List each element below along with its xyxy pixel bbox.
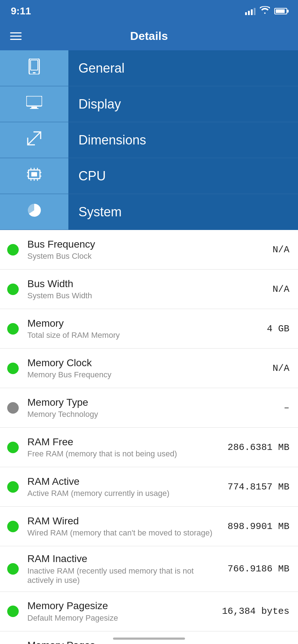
cpu-icon [27, 168, 41, 184]
status-dot [7, 402, 19, 414]
list-row-title: RAM Free [27, 436, 222, 448]
svg-rect-1 [33, 72, 36, 73]
list-row-content: RAM Inactive Inactive RAM (recently used… [27, 553, 222, 585]
nav-label-dimensions: Dimensions [68, 133, 298, 148]
nav-icon-col-general [0, 50, 68, 86]
list-row-title: Memory Type [27, 396, 278, 409]
hamburger-menu-icon[interactable] [10, 32, 22, 40]
nav-label-cpu: CPU [68, 169, 298, 184]
phone-icon [28, 59, 41, 78]
svg-rect-18 [31, 172, 37, 176]
status-dot [7, 284, 19, 295]
nav-label-system: System [68, 204, 298, 220]
list-row-subtitle: Inactive RAM (recently used memory that … [27, 566, 222, 585]
svg-rect-2 [31, 60, 38, 70]
list-row-value: – [284, 402, 289, 413]
nav-item-general[interactable]: General [0, 50, 298, 86]
nav-item-dimensions[interactable]: Dimensions [0, 122, 298, 158]
list-row-content: Memory Clock Memory Bus Frequency [27, 357, 267, 380]
list-row-title: RAM Inactive [27, 553, 222, 565]
svg-rect-5 [30, 108, 39, 109]
list-row-value: 766.9186 MB [227, 564, 289, 574]
status-dot [7, 521, 19, 532]
status-dot [7, 563, 19, 575]
list-row-content: Memory Total size of RAM Memory [27, 317, 261, 340]
list-row: Memory Total size of RAM Memory 4 GB [0, 309, 298, 349]
wifi-icon [260, 6, 270, 16]
list-section: Bus Frequency System Bus Clock N/A Bus W… [0, 230, 298, 644]
svg-rect-4 [31, 107, 37, 108]
list-row-subtitle: Default Memory Pagesize [27, 613, 216, 623]
list-row-value: N/A [272, 284, 289, 295]
pie-chart-icon [27, 203, 41, 221]
svg-line-6 [28, 132, 41, 145]
battery-icon [274, 8, 287, 14]
expand-icon [27, 131, 41, 149]
status-dot [7, 442, 19, 453]
status-time: 9:11 [11, 5, 31, 17]
list-row-subtitle: System Bus Width [27, 291, 267, 300]
list-row-subtitle: Total size of RAM Memory [27, 331, 261, 340]
status-bar: 9:11 [0, 0, 298, 22]
list-row: Memory Pagesize Default Memory Pagesize … [0, 592, 298, 631]
list-row-content: RAM Wired Wired RAM (memory that can't b… [27, 515, 222, 538]
page-title: Details [130, 29, 168, 43]
nav-icon-col-cpu [0, 158, 68, 194]
nav-label-display: Display [68, 97, 298, 112]
status-dot [7, 363, 19, 374]
nav-menu: General Display Dimensions [0, 50, 298, 230]
nav-icon-col-dimensions [0, 122, 68, 158]
nav-label-general: General [68, 61, 298, 76]
list-row: RAM Active Active RAM (memory currently … [0, 467, 298, 507]
list-row: Memory Clock Memory Bus Frequency N/A [0, 349, 298, 388]
list-row-value: 898.9901 MB [227, 521, 289, 532]
nav-item-display[interactable]: Display [0, 86, 298, 122]
list-row-content: Bus Width System Bus Width [27, 278, 267, 301]
list-row-subtitle: Active RAM (memory currently in usage) [27, 489, 222, 498]
list-row-subtitle: Wired RAM (memory that can't be moved to… [27, 528, 222, 538]
list-row-title: RAM Wired [27, 515, 222, 527]
status-dot [7, 244, 19, 256]
list-row-subtitle: Memory Bus Frequency [27, 370, 267, 380]
home-indicator [113, 638, 185, 640]
status-dot [7, 323, 19, 335]
list-row-value: 774.8157 MB [227, 482, 289, 492]
list-row-content: Memory Type Memory Technology [27, 396, 278, 419]
list-row: RAM Free Free RAM (memory that is not be… [0, 428, 298, 467]
nav-item-system[interactable]: System [0, 194, 298, 230]
list-row-content: Memory Pages Total amount of memory page… [27, 639, 250, 644]
list-row-subtitle: Free RAM (memory that is not being used) [27, 449, 222, 459]
list-row-title: Memory [27, 317, 261, 330]
list-row-title: Bus Frequency [27, 238, 267, 250]
list-row-value: 4 GB [267, 323, 289, 334]
header: Details [0, 22, 298, 50]
list-row-content: RAM Active Active RAM (memory currently … [27, 475, 222, 498]
list-row-title: RAM Active [27, 475, 222, 488]
list-row: Bus Width System Bus Width N/A [0, 270, 298, 309]
list-row-content: Memory Pagesize Default Memory Pagesize [27, 600, 216, 623]
signal-bars-icon [245, 7, 256, 15]
status-dot [7, 606, 19, 617]
list-row: Bus Frequency System Bus Clock N/A [0, 230, 298, 270]
list-row: RAM Inactive Inactive RAM (recently used… [0, 546, 298, 592]
nav-item-cpu[interactable]: CPU [0, 158, 298, 194]
list-row-content: Bus Frequency System Bus Clock [27, 238, 267, 261]
list-row-subtitle: System Bus Clock [27, 252, 267, 261]
list-row: Memory Type Memory Technology – [0, 388, 298, 428]
status-dot [7, 481, 19, 493]
list-row-title: Memory Pages [27, 639, 250, 644]
svg-rect-3 [26, 96, 42, 106]
list-row-value: N/A [272, 363, 289, 374]
list-row-title: Bus Width [27, 278, 267, 290]
list-row-content: RAM Free Free RAM (memory that is not be… [27, 436, 222, 459]
list-row-value: 286.6381 MB [227, 442, 289, 453]
status-icons [245, 6, 287, 16]
list-row: RAM Wired Wired RAM (memory that can't b… [0, 507, 298, 546]
nav-icon-col-display [0, 86, 68, 122]
list-row-title: Memory Clock [27, 357, 267, 369]
list-row-value: 16,384 bytes [222, 606, 289, 617]
nav-icon-col-system [0, 194, 68, 230]
monitor-icon [26, 96, 42, 112]
list-row-title: Memory Pagesize [27, 600, 216, 612]
list-row-value: N/A [272, 244, 289, 255]
